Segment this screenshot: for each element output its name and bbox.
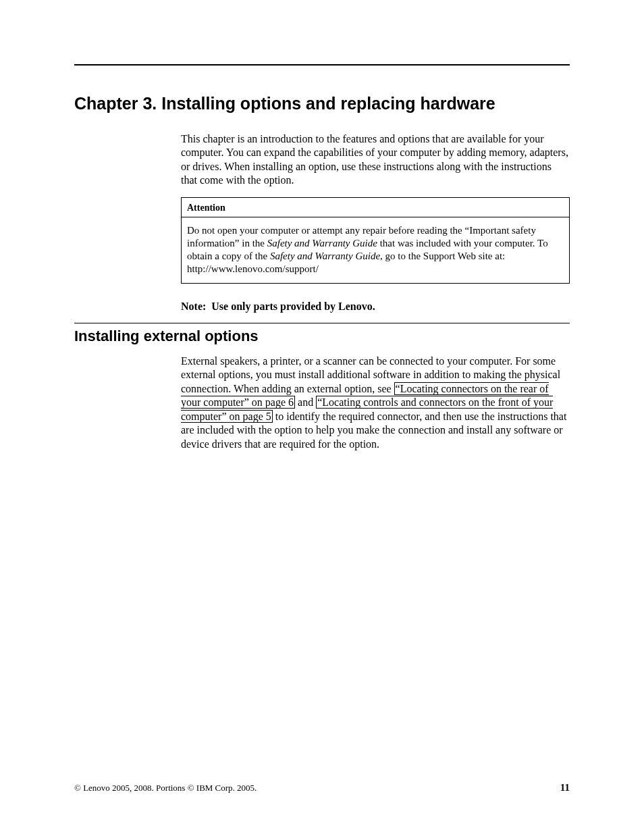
section-body: External speakers, a printer, or a scann… bbox=[181, 355, 570, 451]
note-text: Use only parts provided by Lenovo. bbox=[211, 301, 375, 312]
chapter-title: Chapter 3. Installing options and replac… bbox=[74, 94, 570, 113]
chapter-intro-block: This chapter is an introduction to the f… bbox=[181, 132, 570, 313]
attention-label: Attention bbox=[182, 202, 569, 217]
document-page: Chapter 3. Installing options and replac… bbox=[0, 0, 644, 834]
top-horizontal-rule bbox=[74, 64, 570, 66]
section-title: Installing external options bbox=[74, 328, 570, 345]
section-horizontal-rule bbox=[74, 323, 570, 323]
guide-reference-1: Safety and Warranty Guide bbox=[267, 238, 377, 249]
note-line: Note: Use only parts provided by Lenovo. bbox=[181, 300, 570, 313]
attention-body: Do not open your computer or attempt any… bbox=[187, 224, 564, 276]
guide-reference-2: Safety and Warranty Guide bbox=[270, 251, 380, 261]
page-footer: © Lenovo 2005, 2008. Portions © IBM Corp… bbox=[74, 782, 570, 793]
note-label: Note: bbox=[181, 301, 206, 312]
copyright-text: © Lenovo 2005, 2008. Portions © IBM Corp… bbox=[74, 783, 257, 793]
attention-box: Attention Do not open your computer or a… bbox=[181, 197, 570, 284]
intro-paragraph: This chapter is an introduction to the f… bbox=[181, 132, 570, 188]
section-para-mid: and bbox=[295, 396, 316, 408]
page-number: 11 bbox=[560, 782, 570, 793]
